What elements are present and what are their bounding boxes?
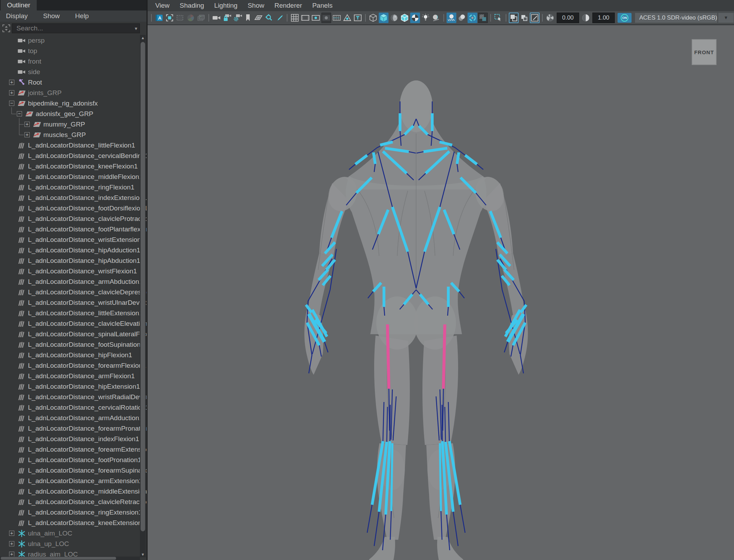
tree-row[interactable]: L_adnLocatorDistance_ringFlexion1 [0, 182, 140, 193]
collapse-icon[interactable]: − [17, 111, 22, 116]
tree-row[interactable]: +Root [0, 77, 140, 88]
outliner-horizontal-scrollbar[interactable] [0, 557, 140, 560]
contrast-icon[interactable] [581, 13, 591, 23]
tree-row[interactable]: L_adnLocatorDistance_footSupination1 [0, 339, 140, 350]
tree-row[interactable]: L_adnLocatorDistance_hipExtension1 [0, 381, 140, 392]
tree-row[interactable]: L_adnLocatorDistance_wristFlexion1 [0, 266, 140, 277]
selection-mask-button[interactable]: A [154, 13, 164, 23]
expand-icon[interactable]: + [24, 132, 30, 137]
pan-zoom-button[interactable] [264, 13, 274, 23]
tree-row[interactable]: L_adnLocatorDistance_cervicalBending1 [0, 151, 140, 161]
film-gate-button[interactable] [300, 13, 310, 23]
color-wheel-button[interactable] [186, 13, 195, 23]
viewport-canvas[interactable]: FRONT [148, 25, 734, 560]
gamma-field[interactable] [592, 13, 615, 23]
menu-help[interactable]: Help [75, 12, 89, 20]
color-management-toggle[interactable]: ON [618, 13, 632, 23]
tree-row[interactable]: L_adnLocatorDistance_middleExtension11 [0, 486, 140, 497]
grease-pencil-button[interactable] [275, 13, 284, 23]
tree-row[interactable]: L_adnLocatorDistance_forearmPronation1 [0, 423, 140, 434]
tree-row[interactable]: L_adnLocatorDistance_footPlantarflexion1 [0, 224, 140, 235]
tree-row[interactable]: L_adnLocatorDistance_forearmSupination1 [0, 465, 140, 476]
tree-row[interactable]: L_adnLocatorDistance_hipAdduction1 [0, 245, 140, 256]
tree-row[interactable]: L_adnLocatorDistance_clavicleDepression1 [0, 287, 140, 297]
view-transform-arrow-icon[interactable]: ▼ [718, 13, 734, 23]
tree-row[interactable]: +muscles_GRP [0, 130, 140, 140]
tree-row[interactable]: L_adnLocatorDistance_middleFlexion1 [0, 172, 140, 182]
resolution-gate-button[interactable] [311, 13, 321, 23]
tree-row[interactable]: L_adnLocatorDistance_spinalLateralFlexio… [0, 329, 140, 339]
search-input[interactable] [12, 23, 140, 33]
scrollbar-thumb[interactable] [1, 557, 116, 560]
expand-icon[interactable]: + [9, 552, 14, 557]
lasso-select-button[interactable] [175, 13, 185, 23]
lock-camera-button[interactable] [222, 13, 232, 23]
menu-show[interactable]: Show [248, 2, 264, 9]
image-plane-button[interactable] [254, 13, 263, 23]
tree-row[interactable]: +mummy_GRP [0, 119, 140, 130]
safe-action-button[interactable] [342, 13, 352, 23]
tree-row[interactable]: L_adnLocatorDistance_indexFlexion1 [0, 434, 140, 444]
expand-icon[interactable]: + [9, 90, 14, 95]
tree-row[interactable]: +ulna_aim_LOC [0, 528, 140, 539]
tree-row[interactable]: L_adnLocatorDistance_armExtension1 [0, 476, 140, 486]
filter-icon[interactable] [2, 24, 11, 33]
tree-row[interactable]: L_adnLocatorDistance_clavicleElevation1 [0, 318, 140, 329]
outliner-vertical-scrollbar[interactable]: ▲ ▼ [140, 35, 146, 557]
tree-row[interactable]: persp [0, 35, 140, 46]
lighting-button[interactable] [421, 13, 430, 23]
menu-show[interactable]: Show [43, 12, 60, 20]
isolate-select-button[interactable] [493, 13, 503, 23]
gate-mask-button[interactable] [321, 13, 331, 23]
anti-aliasing-button[interactable] [468, 13, 477, 23]
tree-row[interactable]: L_adnLocatorDistance_footDorsiflexion1 [0, 203, 140, 214]
tree-row[interactable]: L_adnLocatorDistance_forearmFlexion1 [0, 360, 140, 371]
scroll-up-icon[interactable]: ▲ [140, 35, 146, 41]
ssao-button[interactable] [447, 13, 456, 23]
exposure-icon[interactable] [545, 13, 555, 23]
expand-icon[interactable]: + [9, 531, 14, 536]
menu-display[interactable]: Display [6, 12, 28, 20]
outliner-tab[interactable]: Outliner [1, 0, 37, 10]
camera-attributes-button[interactable] [233, 13, 242, 23]
tree-row[interactable]: L_adnLocatorDistance_kneeFlexion1 [0, 161, 140, 172]
depth-peeling-button[interactable] [478, 13, 488, 23]
tree-row[interactable]: L_adnLocatorDistance_wristRadialDeviatio… [0, 392, 140, 402]
field-chart-button[interactable] [332, 13, 342, 23]
scrollbar-thumb[interactable] [141, 42, 145, 531]
tree-row[interactable]: L_adnLocatorDistance_kneeExtension1 [0, 518, 140, 528]
view-transform-select[interactable]: ACES 1.0 SDR-video (sRGB) [635, 13, 717, 23]
xray-button[interactable] [509, 13, 519, 23]
snapshot-stack-button[interactable] [196, 13, 206, 23]
smooth-shade-button[interactable] [379, 13, 389, 23]
tree-row[interactable]: L_adnLocatorDistance_clavicleRetraction1 [0, 497, 140, 507]
tree-row[interactable]: L_adnLocatorDistance_ringExtension1 [0, 507, 140, 518]
tree-row[interactable]: L_adnLocatorDistance_hipAbduction1 [0, 256, 140, 266]
menu-shading[interactable]: Shading [180, 2, 204, 9]
menu-panels[interactable]: Panels [312, 2, 333, 9]
xray-joints-button[interactable] [519, 13, 529, 23]
tree-row[interactable]: L_adnLocatorDistance_wristExtension1 [0, 235, 140, 245]
tree-row[interactable]: L_adnLocatorDistance_forearmExtension1 [0, 444, 140, 455]
menu-renderer[interactable]: Renderer [275, 2, 302, 9]
tree-row[interactable]: L_adnLocatorDistance_armAdduction1 [0, 413, 140, 423]
tree-row[interactable]: L_adnLocatorDistance_footPronation1 [0, 455, 140, 465]
tree-row[interactable]: L_adnLocatorDistance_littleExtension1 [0, 308, 140, 318]
tree-row[interactable]: front [0, 56, 140, 67]
tree-row[interactable]: −bipedmike_rig_adonisfx [0, 98, 140, 109]
marquee-select-button[interactable] [165, 13, 174, 23]
tree-row[interactable]: +joints_GRP [0, 88, 140, 98]
shadows-button[interactable] [431, 13, 441, 23]
tree-row[interactable]: L_adnLocatorDistance_armAbduction1 [0, 277, 140, 287]
xray-active-button[interactable] [530, 13, 540, 23]
tree-row[interactable]: L_adnLocatorDistance_indexExtension1 [0, 193, 140, 203]
exposure-field[interactable] [557, 13, 579, 23]
grid-button[interactable] [290, 13, 300, 23]
bookmarks-button[interactable] [243, 13, 253, 23]
motion-blur-button[interactable] [457, 13, 467, 23]
tree-row[interactable]: L_adnLocatorDistance_armFlexion1 [0, 371, 140, 381]
tree-row[interactable]: L_adnLocatorDistance_clavicleProtraction… [0, 214, 140, 224]
tree-row[interactable]: L_adnLocatorDistance_wristUlnarDeviation… [0, 297, 140, 308]
tree-row[interactable]: L_adnLocatorDistance_hipFlexion1 [0, 350, 140, 360]
expand-icon[interactable]: + [9, 80, 14, 85]
